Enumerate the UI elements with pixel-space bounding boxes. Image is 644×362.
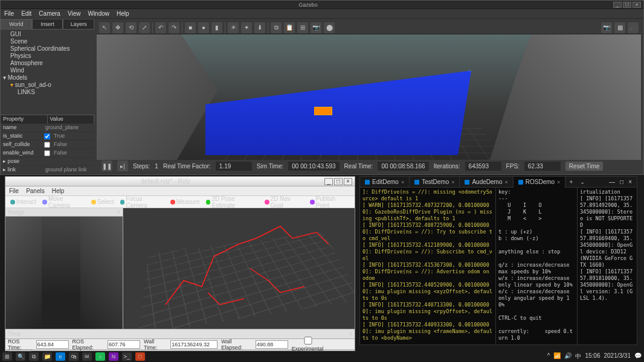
tool-interact[interactable]: Interact xyxy=(8,197,39,206)
tree-item[interactable]: Atmosphere xyxy=(3,60,92,67)
explorer-icon[interactable]: 📁 xyxy=(42,352,52,361)
move-icon[interactable]: ✥ xyxy=(112,22,123,33)
edge-icon[interactable]: e xyxy=(56,352,65,361)
sphere-icon[interactable]: ● xyxy=(198,22,209,33)
menu-window[interactable]: Window xyxy=(88,10,109,17)
tool-2d-nav[interactable]: 2D Nav Goal xyxy=(262,194,306,210)
close-button[interactable]: × xyxy=(628,179,632,185)
tool-move-camera[interactable]: Move Camera xyxy=(40,194,87,210)
light-dir-icon[interactable]: ⬇ xyxy=(254,22,265,33)
gazebo-viewport[interactable] xyxy=(97,34,641,160)
tool-2d-pose[interactable]: 2D Pose Estimate xyxy=(204,194,261,210)
redo-icon[interactable]: ↷ xyxy=(169,22,179,33)
tool-measure[interactable]: Measure xyxy=(168,197,202,206)
menu-camera[interactable]: Camera xyxy=(39,10,60,17)
select-icon[interactable]: ↖ xyxy=(99,22,110,33)
task-view-icon[interactable]: ⧉ xyxy=(29,352,39,361)
ros-elapsed-field[interactable] xyxy=(108,340,140,349)
pause-icon[interactable]: ❚❚ xyxy=(101,160,112,171)
close-tab-icon[interactable]: × xyxy=(451,179,454,185)
search-icon[interactable]: 🔍 xyxy=(16,352,25,361)
camera-image-view[interactable] xyxy=(5,217,123,329)
close-tab-icon[interactable]: × xyxy=(401,179,404,185)
tree-item-selected[interactable]: ▾ sun_sol_ad-o xyxy=(3,81,92,89)
close-button[interactable]: × xyxy=(633,2,641,8)
tray-chevron-icon[interactable]: ^ xyxy=(547,352,550,361)
panel-close-icon[interactable]: × xyxy=(117,209,120,215)
menu-file[interactable]: File xyxy=(4,10,14,17)
ortho-icon[interactable]: ▦ xyxy=(614,22,625,33)
terminal-pane-1[interactable]: ]: DiffDrive(ns = //): missing <odometry… xyxy=(360,188,496,345)
tab-layers[interactable]: Layers xyxy=(63,19,94,30)
camera-icon[interactable]: 📷 xyxy=(601,22,612,33)
rviz-titlebar[interactable]: default.rviz* - RViz _ □ × xyxy=(5,177,355,186)
new-tab-button[interactable]: + xyxy=(565,179,576,185)
scale-icon[interactable]: ⤢ xyxy=(139,22,150,33)
terminal-pane-3[interactable]: irtualization [ INFO] [1617135757.891492… xyxy=(578,188,637,345)
reset-time-button[interactable]: Reset Time xyxy=(565,162,604,171)
light-point-icon[interactable]: ☀ xyxy=(228,22,239,33)
tab-dropdown-icon[interactable]: ⌄ xyxy=(576,179,588,185)
tab-world[interactable]: World xyxy=(1,19,32,30)
tab-insert[interactable]: Insert xyxy=(32,19,63,30)
tree-item[interactable]: ▾ Models xyxy=(3,74,92,81)
tree-item[interactable]: Spherical Coordinates xyxy=(3,45,92,52)
notification-icon[interactable]: 💬 xyxy=(634,352,642,361)
prop-key[interactable]: ▸ pose xyxy=(1,157,43,165)
wall-elapsed-field[interactable] xyxy=(256,340,288,349)
rotate-icon[interactable]: ⟲ xyxy=(126,22,137,33)
menu-file[interactable]: File xyxy=(9,188,19,194)
close-button[interactable]: × xyxy=(344,178,352,185)
prop-checkbox[interactable] xyxy=(44,142,50,148)
maximize-button[interactable]: □ xyxy=(334,178,343,185)
log-icon[interactable]: ⬤ xyxy=(324,22,335,33)
menu-help[interactable]: Help xyxy=(52,188,65,194)
minimize-button[interactable]: — xyxy=(609,179,615,185)
maximize-button[interactable]: □ xyxy=(623,2,631,8)
prop-key[interactable]: ▸ link xyxy=(1,166,43,174)
paste-icon[interactable]: 📋 xyxy=(284,22,295,33)
tool-select[interactable]: Select xyxy=(89,197,117,206)
ros-time-field[interactable] xyxy=(36,340,69,349)
wall-time-field[interactable] xyxy=(170,340,217,349)
menu-panels[interactable]: Panels xyxy=(26,188,45,194)
term-tab-active[interactable]: ROSDemo× xyxy=(514,177,566,188)
term-tab[interactable]: AudeDemo× xyxy=(460,177,513,188)
tool-publish-point[interactable]: Publish Point xyxy=(308,194,352,210)
minimize-button[interactable]: _ xyxy=(613,2,622,8)
prop-checkbox[interactable] xyxy=(44,150,50,156)
undo-icon[interactable]: ↶ xyxy=(155,22,166,33)
tool-focus-camera[interactable]: Focus Camera xyxy=(118,194,167,210)
term-tab[interactable]: TestDemo× xyxy=(410,177,460,188)
tray-ime-icon[interactable]: 中 xyxy=(575,352,581,361)
clock-time[interactable]: 15:06 xyxy=(585,352,600,361)
onenote-icon[interactable]: N xyxy=(109,352,118,361)
store-icon[interactable]: 🛍 xyxy=(69,352,79,361)
terminal-icon[interactable]: >_ xyxy=(122,352,132,361)
maximize-button[interactable]: □ xyxy=(620,179,623,185)
snap-icon[interactable]: ⊞ xyxy=(297,22,308,33)
record-icon[interactable]: 🎥 xyxy=(628,22,639,33)
term-tab[interactable]: EditDemo× xyxy=(360,177,410,188)
rviz-3d-view[interactable] xyxy=(123,208,355,329)
tree-item[interactable]: GUI xyxy=(3,31,92,38)
cylinder-icon[interactable]: ▮ xyxy=(211,22,222,33)
spotify-icon[interactable]: ♪ xyxy=(95,352,105,361)
experimental-checkbox[interactable] xyxy=(292,337,324,345)
menu-edit[interactable]: Edit xyxy=(21,10,31,17)
tray-wifi-icon[interactable]: 📶 xyxy=(553,352,561,361)
mail-icon[interactable]: ✉ xyxy=(82,352,92,361)
copy-icon[interactable]: ⧉ xyxy=(271,22,282,33)
minimize-button[interactable]: _ xyxy=(324,178,333,185)
system-tray[interactable]: ^ 📶 🔊 中 15:06 2021/3/31 💬 xyxy=(547,352,642,361)
tree-item[interactable]: Physics xyxy=(3,52,92,60)
terminal-pane-2[interactable]: key: --- U I O J K L M < > t : up (+z) b… xyxy=(496,188,578,345)
menu-help[interactable]: Help xyxy=(117,10,129,17)
tray-volume-icon[interactable]: 🔊 xyxy=(564,352,572,361)
gazebo-titlebar[interactable]: Gazebo _ □ × xyxy=(1,1,643,9)
tree-item[interactable]: Scene xyxy=(3,38,92,45)
close-tab-icon[interactable]: × xyxy=(557,179,560,185)
clock-date[interactable]: 2021/3/31 xyxy=(604,352,631,361)
menu-view[interactable]: View xyxy=(68,10,81,17)
tree-item[interactable]: Wind xyxy=(3,67,92,74)
